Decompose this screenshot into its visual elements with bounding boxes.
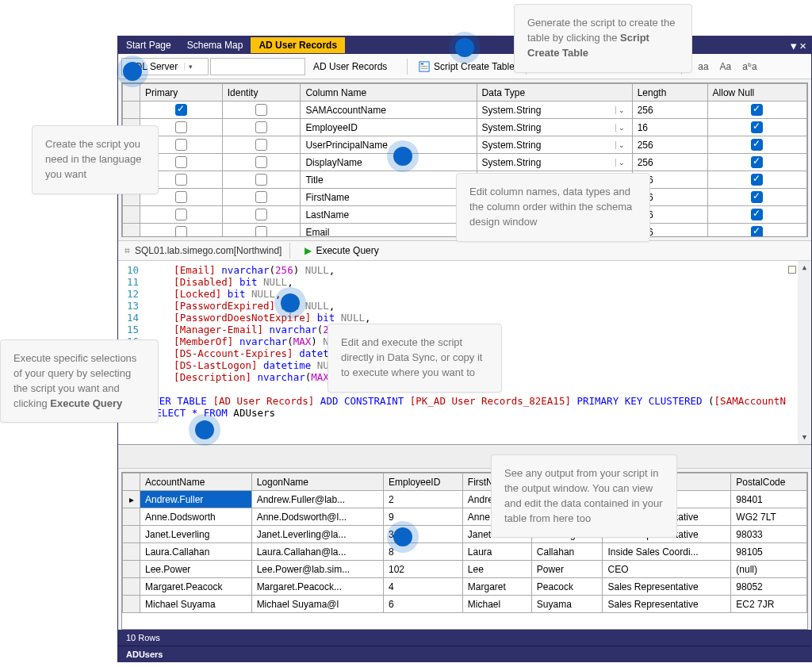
primary-checkbox[interactable] <box>175 209 187 220</box>
column-name-cell[interactable]: EmployeeID <box>301 119 477 136</box>
row-header[interactable] <box>123 578 140 596</box>
identity-checkbox[interactable] <box>255 174 267 186</box>
allownull-checkbox[interactable] <box>751 191 763 203</box>
column-name-cell[interactable]: SAMAccountName <box>301 102 477 119</box>
allownull-checkbox[interactable] <box>751 156 763 168</box>
result-cell[interactable]: EC2 7JR <box>731 596 807 613</box>
data-type-cell[interactable]: System.String⌄ <box>477 136 632 154</box>
pin-icon[interactable]: ▾ <box>791 39 797 52</box>
result-cell[interactable]: Anne.Dodsworth <box>140 508 252 526</box>
column-header[interactable]: Length <box>632 84 707 102</box>
result-cell[interactable]: Janet.Leverling <box>140 526 252 543</box>
result-row[interactable]: ▸Andrew.FullerAndrew.Fuller@lab...2Andre… <box>123 491 807 508</box>
column-name-cell[interactable]: DisplayName <box>301 154 477 171</box>
column-header[interactable]: Column Name <box>301 84 477 102</box>
result-column-header[interactable]: AccountName <box>140 473 252 491</box>
column-name-cell[interactable]: FirstName <box>301 189 477 206</box>
result-column-header[interactable]: LogonName <box>251 473 383 491</box>
schema-row[interactable]: DisplayNameSystem.String⌄256 <box>123 154 807 171</box>
identity-checkbox[interactable] <box>255 209 267 220</box>
splitter[interactable] <box>118 445 811 469</box>
column-name-cell[interactable]: Title <box>301 171 477 189</box>
result-cell[interactable]: Margaret.Peacock <box>140 578 252 596</box>
result-cell[interactable]: Sales Representative <box>603 596 731 613</box>
row-header[interactable] <box>123 526 140 543</box>
result-column-header[interactable]: PostalCode <box>731 473 807 491</box>
primary-checkbox[interactable] <box>175 156 187 168</box>
script-name-input[interactable] <box>210 58 305 75</box>
tab-start-page[interactable]: Start Page <box>118 37 179 53</box>
column-header[interactable]: Identity <box>222 84 301 102</box>
result-column-header[interactable]: EmployeeID <box>383 473 462 491</box>
primary-checkbox[interactable] <box>175 174 187 186</box>
result-cell[interactable]: 4 <box>383 578 462 596</box>
chevron-down-icon[interactable]: ⌄ <box>615 106 627 114</box>
result-cell[interactable]: Power <box>531 561 603 578</box>
result-cell[interactable]: 6 <box>383 596 462 613</box>
result-cell[interactable]: Anne.Dodsworth@l... <box>251 508 383 526</box>
primary-checkbox[interactable] <box>175 191 187 203</box>
chevron-down-icon[interactable]: ▾ <box>184 63 197 71</box>
result-cell[interactable]: Callahan <box>531 543 603 561</box>
identity-checkbox[interactable] <box>255 139 267 151</box>
result-cell[interactable]: Lee.Power <box>140 561 252 578</box>
result-cell[interactable]: Michael Suyama <box>140 596 252 613</box>
window-buttons[interactable]: ▾ × <box>786 40 811 52</box>
row-header[interactable] <box>123 561 140 578</box>
result-cell[interactable]: Margaret <box>462 578 531 596</box>
result-cell[interactable]: Suyama <box>531 596 603 613</box>
result-cell[interactable]: Peacock <box>531 578 603 596</box>
result-row[interactable]: Janet.LeverlingJanet.Leverling@la...3Jan… <box>123 526 807 543</box>
chevron-down-icon[interactable]: ⌄ <box>615 141 627 149</box>
tab-schema-map[interactable]: Schema Map <box>179 37 251 53</box>
scrollbar-vertical[interactable]: ▲ ▼ <box>798 261 811 444</box>
result-cell[interactable]: 102 <box>383 561 462 578</box>
result-cell[interactable]: 98052 <box>731 578 807 596</box>
identity-checkbox[interactable] <box>255 226 267 237</box>
schema-row[interactable]: UserPrincipalNameSystem.String⌄256 <box>123 136 807 154</box>
result-cell[interactable]: CEO <box>603 561 731 578</box>
result-cell[interactable]: 98033 <box>731 526 807 543</box>
result-cell[interactable]: Michael <box>462 596 531 613</box>
allownull-checkbox[interactable] <box>751 104 763 116</box>
result-cell[interactable]: Michael Suyama@l <box>251 596 383 613</box>
row-header[interactable] <box>123 596 140 613</box>
schema-row[interactable]: EmployeeIDSystem.String⌄16 <box>123 119 807 136</box>
result-cell[interactable]: 98105 <box>731 543 807 561</box>
identity-checkbox[interactable] <box>255 156 267 168</box>
lowercase-button[interactable]: aa <box>693 59 713 74</box>
data-type-cell[interactable]: System.String⌄ <box>477 102 632 119</box>
result-row[interactable]: Lee.PowerLee.Power@lab.sim...102LeePower… <box>123 561 807 578</box>
chevron-down-icon[interactable]: ⌄ <box>615 124 627 132</box>
result-cell[interactable]: Lee.Power@lab.sim... <box>251 561 383 578</box>
result-row[interactable]: Michael SuyamaMichael Suyama@l6MichaelSu… <box>123 596 807 613</box>
chevron-down-icon[interactable]: ⌄ <box>615 159 627 167</box>
result-cell[interactable]: Lee <box>462 561 531 578</box>
row-header[interactable] <box>123 508 140 526</box>
data-type-cell[interactable]: System.String⌄ <box>477 119 632 136</box>
scroll-up-icon[interactable]: ▲ <box>798 261 811 274</box>
tab-ad-user-records[interactable]: AD User Records <box>251 37 345 53</box>
result-cell[interactable]: Andrew.Fuller <box>140 491 252 508</box>
column-name-cell[interactable]: Email <box>301 224 477 238</box>
allownull-checkbox[interactable] <box>751 174 763 186</box>
row-header[interactable] <box>123 543 140 561</box>
results-grid[interactable]: AccountNameLogonNameEmployeeIDFirstNameL… <box>121 472 808 630</box>
primary-checkbox[interactable] <box>175 104 187 116</box>
primary-checkbox[interactable] <box>175 226 187 237</box>
script-create-table-button[interactable]: Script Create Table <box>412 56 521 77</box>
result-cell[interactable]: Sales Representative <box>603 578 731 596</box>
allownull-checkbox[interactable] <box>751 121 763 133</box>
result-cell[interactable]: Janet.Leverling@la... <box>251 526 383 543</box>
column-name-cell[interactable]: LastName <box>301 206 477 224</box>
result-row[interactable]: Laura.CallahanLaura.Callahan@la...8Laura… <box>123 543 807 561</box>
titlecase-button[interactable]: Aa <box>715 59 737 74</box>
length-cell[interactable]: 256 <box>632 136 707 154</box>
data-type-cell[interactable]: System.String⌄ <box>477 154 632 171</box>
identity-checkbox[interactable] <box>255 104 267 116</box>
allownull-checkbox[interactable] <box>751 139 763 151</box>
schema-row[interactable]: SAMAccountNameSystem.String⌄256 <box>123 102 807 119</box>
primary-checkbox[interactable] <box>175 121 187 133</box>
close-icon[interactable]: × <box>799 39 806 52</box>
result-cell[interactable]: WG2 7LT <box>731 508 807 526</box>
